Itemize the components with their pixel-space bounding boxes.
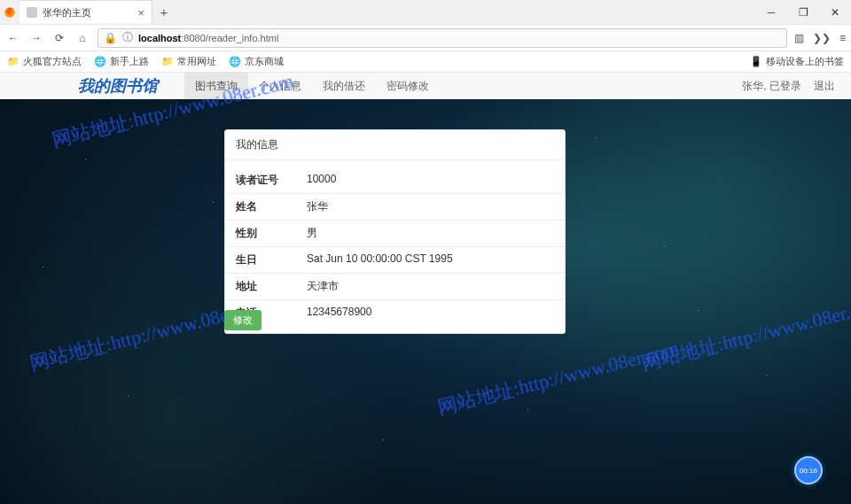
back-button[interactable]: ← bbox=[5, 30, 21, 46]
field-value: 男 bbox=[296, 221, 565, 246]
bookmarks-bar: 📁火狐官方站点 🌐新手上路 📁常用网址 🌐京东商城 📱移动设备上的书签 bbox=[0, 51, 851, 73]
mobile-bookmarks[interactable]: 📱移动设备上的书签 bbox=[750, 55, 844, 68]
site-brand[interactable]: 我的图书馆 bbox=[78, 73, 158, 99]
field-label: 性别 bbox=[225, 221, 296, 246]
site-topnav: 我的图书馆 图书查询 个人信息 我的借还 密码修改 张华, 已登录 退出 bbox=[0, 73, 851, 99]
home-button[interactable]: ⌂ bbox=[74, 30, 90, 46]
window-controls: ─ ❐ ✕ bbox=[755, 0, 851, 24]
mobile-icon: 📱 bbox=[750, 56, 762, 67]
table-row: 生日Sat Jun 10 00:00:00 CST 1995 bbox=[225, 247, 565, 274]
reader-icon[interactable]: ▥ bbox=[794, 32, 804, 44]
browser-titlebar: 张华的主页 × + ─ ❐ ✕ bbox=[0, 0, 851, 25]
table-row: 地址天津市 bbox=[225, 274, 565, 300]
bookmark-item[interactable]: 📁火狐官方站点 bbox=[7, 55, 82, 68]
field-value: Sat Jun 10 00:00:00 CST 1995 bbox=[296, 247, 565, 273]
field-value: 张华 bbox=[296, 194, 565, 220]
folder-icon: 📁 bbox=[7, 56, 20, 67]
bookmark-item[interactable]: 🌐新手上路 bbox=[94, 55, 149, 68]
table-row: 性别男 bbox=[225, 221, 565, 247]
field-label: 生日 bbox=[225, 247, 296, 273]
navbar-right-icons: ▥ ❯❯ ≡ bbox=[794, 32, 846, 44]
url-text: localhost:8080/reader_info.html bbox=[138, 33, 278, 43]
globe-icon: 🌐 bbox=[94, 56, 106, 67]
reload-button[interactable]: ⟳ bbox=[51, 30, 67, 46]
field-label: 读者证号 bbox=[225, 167, 296, 193]
field-value: 12345678900 bbox=[296, 300, 565, 326]
field-label: 姓名 bbox=[225, 194, 296, 220]
new-tab-button[interactable]: + bbox=[152, 0, 176, 24]
browser-tab[interactable]: 张华的主页 × bbox=[20, 0, 152, 24]
field-value: 天津市 bbox=[296, 274, 565, 299]
folder-icon: 📁 bbox=[161, 56, 174, 67]
browser-navbar: ← → ⟳ ⌂ 🔒 ⓘ localhost:8080/reader_info.h… bbox=[0, 25, 851, 51]
edit-button[interactable]: 修改 bbox=[224, 310, 262, 330]
nav-item-password[interactable]: 密码修改 bbox=[376, 73, 440, 99]
table-row: 电话12345678900 bbox=[225, 300, 565, 326]
globe-icon: 🌐 bbox=[229, 56, 241, 67]
panel-body: 读者证号10000 姓名张华 性别男 生日Sat Jun 10 00:00:00… bbox=[225, 160, 565, 333]
nav-item-borrow[interactable]: 我的借还 bbox=[312, 73, 376, 99]
forward-button[interactable]: → bbox=[28, 30, 44, 46]
table-row: 读者证号10000 bbox=[225, 167, 565, 194]
panel-title: 我的信息 bbox=[225, 130, 565, 160]
info-panel: 我的信息 读者证号10000 姓名张华 性别男 生日Sat Jun 10 00:… bbox=[224, 129, 566, 334]
address-bar[interactable]: 🔒 ⓘ localhost:8080/reader_info.html bbox=[98, 28, 787, 48]
timer-badge: 00:16 bbox=[794, 456, 823, 485]
field-label: 地址 bbox=[225, 274, 296, 299]
firefox-logo-icon bbox=[0, 0, 20, 24]
menu-icon[interactable]: ≡ bbox=[839, 32, 846, 44]
lock-icon: 🔒 bbox=[104, 32, 117, 44]
user-logged-text: 张华, 已登录 bbox=[742, 79, 801, 94]
extensions-icon[interactable]: ❯❯ bbox=[813, 32, 831, 44]
minimize-button[interactable]: ─ bbox=[755, 0, 787, 24]
nav-item-book-search[interactable]: 图书查询 bbox=[184, 73, 248, 99]
page-content: 我的图书馆 图书查询 个人信息 我的借还 密码修改 张华, 已登录 退出 网站地… bbox=[0, 73, 851, 504]
close-window-button[interactable]: ✕ bbox=[819, 0, 851, 24]
logout-link[interactable]: 退出 bbox=[814, 79, 835, 94]
tab-favicon-icon bbox=[27, 7, 37, 18]
tab-title: 张华的主页 bbox=[43, 6, 132, 19]
info-icon: ⓘ bbox=[122, 30, 133, 45]
edit-wrap: 修改 bbox=[224, 305, 262, 332]
field-value: 10000 bbox=[296, 167, 565, 193]
nav-item-profile[interactable]: 个人信息 bbox=[248, 73, 312, 99]
bookmark-item[interactable]: 🌐京东商城 bbox=[229, 55, 284, 68]
table-row: 姓名张华 bbox=[225, 194, 565, 221]
bookmark-item[interactable]: 📁常用网址 bbox=[161, 55, 216, 68]
nav-user-area: 张华, 已登录 退出 bbox=[742, 73, 851, 99]
close-tab-icon[interactable]: × bbox=[137, 6, 144, 19]
maximize-button[interactable]: ❐ bbox=[787, 0, 819, 24]
